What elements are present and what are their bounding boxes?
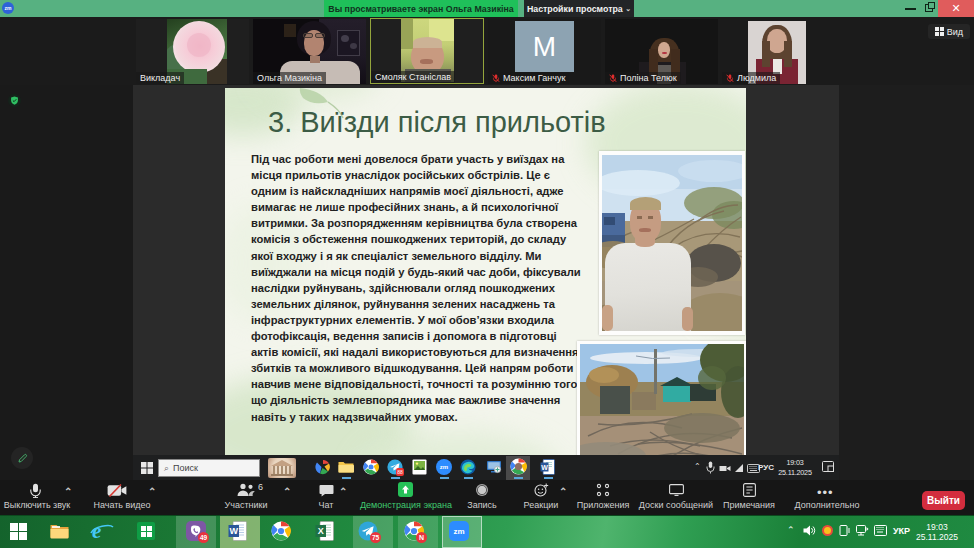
- svg-text:X: X: [318, 526, 324, 536]
- svg-text:W: W: [229, 526, 238, 536]
- svg-text:W: W: [541, 464, 548, 471]
